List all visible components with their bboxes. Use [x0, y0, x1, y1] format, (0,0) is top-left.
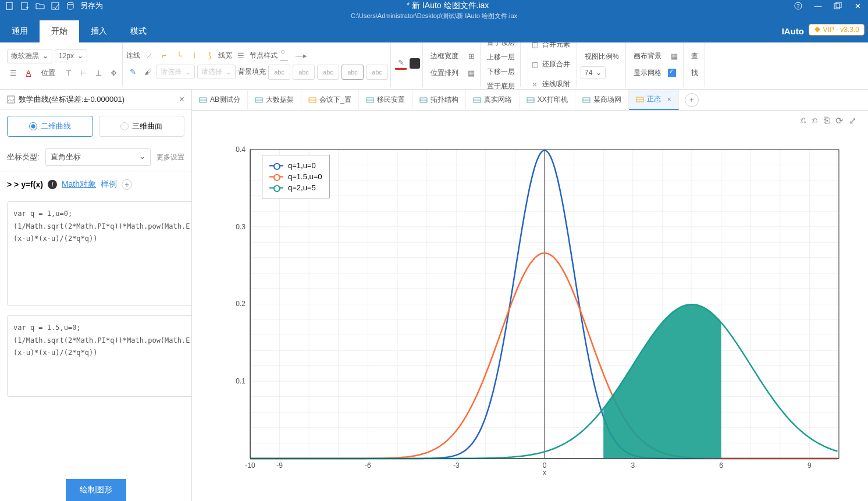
- doc-tab-0[interactable]: AB测试分: [192, 90, 248, 109]
- doc-tab-1[interactable]: 大数据架: [248, 90, 301, 109]
- undo-icon[interactable]: ⎌: [801, 115, 806, 126]
- expand-icon[interactable]: ⤢: [849, 115, 856, 126]
- close-icon[interactable]: ✕: [852, 0, 863, 12]
- fill-color-icon[interactable]: [410, 58, 420, 69]
- tab-2d-curve[interactable]: 二维曲线: [7, 116, 93, 137]
- math-object-link[interactable]: Math对象: [62, 179, 96, 190]
- arrange-icon[interactable]: ▦: [465, 66, 478, 79]
- node-start-icon[interactable]: ○—: [280, 49, 293, 62]
- svg-text:6: 6: [719, 461, 723, 470]
- tab-icon: [582, 96, 590, 104]
- coord-select[interactable]: 直角坐标⌄: [45, 148, 151, 166]
- ratio-select[interactable]: 74⌄: [581, 66, 606, 79]
- vip-badge[interactable]: VIP - v3.3.0: [809, 24, 865, 35]
- snap-button[interactable]: ⤬连线吸附: [524, 76, 574, 90]
- valign-top-icon[interactable]: ⊤: [62, 66, 74, 79]
- doc-tab-3[interactable]: 移民安置: [359, 90, 412, 109]
- redo-icon[interactable]: ⎌: [812, 115, 818, 126]
- abc-box2[interactable]: abc: [293, 65, 315, 80]
- doc-tab-6[interactable]: XX打印机: [520, 90, 575, 109]
- tab-icon: [419, 96, 428, 104]
- position-button[interactable]: 位置: [37, 66, 59, 80]
- unmerge-button[interactable]: ◫还原合并: [524, 56, 574, 73]
- showgrid-checkbox[interactable]: [668, 69, 676, 77]
- move-icon[interactable]: ✥: [107, 66, 120, 79]
- linewidth-icon[interactable]: ☰: [234, 49, 247, 62]
- minimize-icon[interactable]: —: [812, 0, 824, 12]
- add-formula-button[interactable]: +: [122, 179, 132, 190]
- align-icon[interactable]: ☰: [7, 66, 20, 79]
- border-icon[interactable]: ⊞: [465, 49, 478, 62]
- draw-button[interactable]: 绘制图形: [66, 479, 126, 501]
- layer-bottom[interactable]: 置于底层: [484, 80, 518, 90]
- vip-text: VIP - v3.3.0: [823, 26, 859, 34]
- doc-tab-8[interactable]: 正态×: [629, 90, 679, 110]
- doc-tab-5[interactable]: 真实网络: [466, 90, 520, 109]
- new-file-icon[interactable]: [5, 1, 15, 11]
- abc-box5[interactable]: abc: [366, 65, 388, 80]
- legend-item-1: .legend-item:nth-child(2) .legend-mark::…: [269, 171, 322, 182]
- layer-up[interactable]: 上移一层: [484, 51, 518, 63]
- node-end-icon[interactable]: —▸: [295, 49, 308, 62]
- abc-box3[interactable]: abc: [317, 65, 339, 80]
- font-select[interactable]: 微软雅黑⌄: [7, 49, 52, 63]
- saveas-button[interactable]: 另存为: [80, 1, 103, 11]
- save-icon[interactable]: [50, 1, 61, 11]
- maximize-icon[interactable]: [832, 0, 844, 12]
- refresh-icon[interactable]: ⟳: [835, 115, 843, 126]
- abc-box4[interactable]: abc: [341, 65, 364, 80]
- doc-tab-7[interactable]: 某商场网: [575, 90, 629, 109]
- linetype-label: 连线: [126, 51, 140, 61]
- sidebar-close-icon[interactable]: ×: [179, 94, 184, 105]
- tab-3d-surface[interactable]: 三维曲面: [99, 116, 185, 137]
- select1[interactable]: 请选择⌄: [156, 65, 195, 79]
- layer-down[interactable]: 下移一层: [484, 66, 518, 78]
- svg-text:0.4: 0.4: [236, 145, 246, 154]
- menu-general[interactable]: 通用: [0, 20, 40, 42]
- menu-insert[interactable]: 插入: [79, 20, 119, 42]
- menu-mode[interactable]: 模式: [119, 20, 158, 42]
- search-button[interactable]: 查: [687, 49, 702, 63]
- svg-text:0.3: 0.3: [236, 223, 246, 231]
- line-elbow1-icon[interactable]: ⌐: [158, 49, 170, 62]
- copy-icon[interactable]: ⎘: [824, 115, 830, 126]
- pen-color-icon[interactable]: ✎: [394, 57, 407, 70]
- edit-icon[interactable]: ✎: [126, 66, 139, 79]
- fontsize-select[interactable]: 12px⌄: [55, 49, 87, 62]
- doc-tab-2[interactable]: 会议下_置: [301, 90, 359, 109]
- line-curve-icon[interactable]: ⟆: [203, 49, 216, 62]
- svg-text:-6: -6: [365, 461, 371, 470]
- code-input-1[interactable]: var q = 1,u=0; (1/Math.sqrt(2*Math.PI*q)…: [7, 201, 192, 306]
- select2[interactable]: 请选择⌄: [197, 65, 236, 79]
- open-icon[interactable]: [35, 1, 45, 11]
- brush-icon[interactable]: 🖌: [141, 66, 154, 79]
- add-tab-button[interactable]: +: [685, 93, 699, 107]
- line-zigzag-icon[interactable]: ⌇: [188, 49, 201, 62]
- borderwidth-button[interactable]: 边框宽度: [426, 49, 463, 63]
- find-button[interactable]: 找: [687, 66, 702, 80]
- new-doc-icon[interactable]: [20, 1, 30, 11]
- line-elbow2-icon[interactable]: └: [173, 49, 186, 62]
- sample-link[interactable]: 样例: [101, 179, 117, 190]
- doc-tab-4[interactable]: 拓扑结构: [412, 90, 466, 109]
- abc-box1[interactable]: abc: [268, 65, 290, 80]
- viewratio-label: 视图比例%: [581, 49, 623, 64]
- code-input-2[interactable]: var q = 1.5,u=0; (1/Math.sqrt(2*Math.PI*…: [7, 315, 192, 397]
- canvasbg-button[interactable]: 画布背景: [629, 49, 666, 63]
- more-settings-link[interactable]: 更多设置: [156, 152, 184, 162]
- valign-bot-icon[interactable]: ⊥: [92, 66, 105, 79]
- menu-start[interactable]: 开始: [40, 20, 79, 42]
- line-straight-icon[interactable]: ⟋: [143, 49, 155, 62]
- db-icon[interactable]: [65, 1, 76, 11]
- color-icon[interactable]: A: [22, 66, 35, 79]
- linewidth-label: 线宽: [218, 51, 232, 61]
- svg-text:3: 3: [631, 461, 635, 470]
- posarrange-button[interactable]: 位置排列: [426, 66, 463, 80]
- tab-icon: [473, 96, 481, 104]
- info-icon[interactable]: i: [48, 180, 57, 189]
- chart-canvas[interactable]: -10-9-6-303690.10.20.30.4x .legend-item:…: [192, 130, 868, 501]
- help-icon[interactable]: ?: [792, 0, 804, 12]
- valign-mid-icon[interactable]: ⊢: [77, 66, 90, 79]
- document-title: * 新 IAuto 绘图文件.iax: [103, 1, 792, 11]
- bg-icon[interactable]: ▦: [668, 49, 681, 62]
